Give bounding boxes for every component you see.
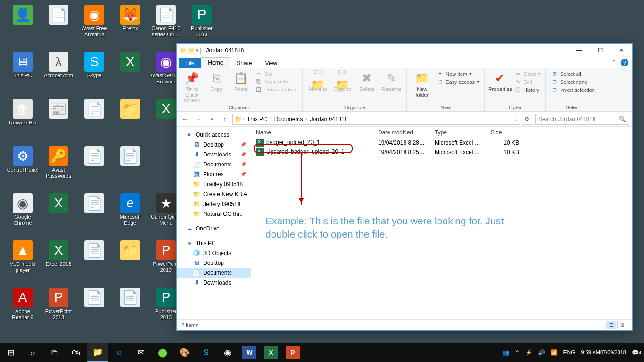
- new-folder-button[interactable]: 📁New folder: [411, 70, 433, 98]
- edit-button[interactable]: ✎Edit: [513, 78, 542, 85]
- word-taskbar-button[interactable]: W: [242, 346, 256, 359]
- wifi-icon[interactable]: 📶: [548, 343, 561, 362]
- battery-icon[interactable]: ⚡: [522, 343, 535, 362]
- excel-taskbar-button[interactable]: X: [264, 346, 278, 359]
- chrome-taskbar-button[interactable]: ◉: [217, 343, 239, 362]
- tab-home[interactable]: Home: [201, 57, 230, 68]
- edge-taskbar-button[interactable]: e: [108, 343, 130, 362]
- tree-item[interactable]: ⬇Downloads: [177, 278, 251, 288]
- task-view-button[interactable]: ⧉: [43, 343, 65, 362]
- nav-forward-button[interactable]: →: [193, 114, 204, 125]
- people-icon[interactable]: 👥: [499, 343, 512, 362]
- close-button[interactable]: ✕: [611, 44, 632, 57]
- desktop-icon[interactable]: λAcrobat.com: [42, 52, 74, 79]
- desktop-icon[interactable]: ◉Avast Free Antivirus: [78, 5, 110, 37]
- crumb-thispc[interactable]: This PC: [245, 116, 269, 123]
- view-details-button[interactable]: ☰: [606, 321, 616, 329]
- tree-item[interactable]: 📁Jeffery 090518: [177, 199, 251, 209]
- start-button[interactable]: ⊞: [0, 343, 22, 362]
- desktop-icon[interactable]: 📄: [114, 288, 146, 308]
- tab-view[interactable]: View: [258, 58, 284, 68]
- mail-taskbar-button[interactable]: ✉: [130, 343, 152, 362]
- copy-path-button[interactable]: ⿻Copy path: [254, 78, 298, 85]
- help-icon[interactable]: ?: [621, 59, 628, 66]
- cut-button[interactable]: ✂Cut: [254, 70, 298, 77]
- desktop-icon[interactable]: PPublisher 2013: [186, 5, 218, 37]
- tray-chevron-icon[interactable]: ⌃: [512, 343, 522, 362]
- file-row[interactable]: badger_upload_20_1 19/04/2018 8:28 AM Mi…: [251, 138, 632, 148]
- crumb-documents[interactable]: Documents: [272, 116, 305, 123]
- select-none-button[interactable]: ⊟Select none: [550, 78, 596, 85]
- desktop-icon[interactable]: 📄: [78, 288, 110, 308]
- address-bar[interactable]: 📁 › This PC› Documents› Jordan 041818 ⌄: [232, 114, 520, 125]
- tree-item[interactable]: 📁Natural GC thru: [177, 209, 251, 219]
- maximize-button[interactable]: ☐: [590, 44, 611, 57]
- tree-quick-access[interactable]: ★Quick access: [177, 130, 251, 140]
- tree-item[interactable]: 📁Bradley 090518: [177, 179, 251, 189]
- desktop-icon[interactable]: 🖥This PC: [7, 52, 39, 79]
- view-large-button[interactable]: ⊞: [617, 321, 627, 329]
- desktop-icon[interactable]: 🗑Recycle Bin: [7, 99, 39, 126]
- desktop-icon[interactable]: X: [114, 52, 146, 73]
- powerpoint-taskbar-button[interactable]: P: [286, 346, 300, 359]
- desktop-icon[interactable]: 📄: [78, 146, 110, 167]
- language-indicator[interactable]: ENG: [561, 343, 578, 362]
- tree-item[interactable]: 🖼Pictures📌: [177, 169, 251, 179]
- minimize-button[interactable]: —: [569, 44, 590, 57]
- search-input[interactable]: Search Jordan 041818 🔍: [535, 114, 629, 125]
- tab-share[interactable]: Share: [230, 58, 258, 68]
- tree-item[interactable]: 📄Documents📌: [177, 159, 251, 169]
- col-size[interactable]: Size: [486, 129, 524, 136]
- file-row[interactable]: Updated_badger_upload_20_1 19/04/2018 8:…: [251, 148, 632, 157]
- clock[interactable]: 9:59 AM07/09/2018: [578, 343, 629, 362]
- desktop-icon[interactable]: 📄Canon E410 series On-...: [150, 5, 182, 37]
- refresh-button[interactable]: ⟳: [522, 114, 533, 125]
- volume-icon[interactable]: 🔊: [535, 343, 548, 362]
- tree-item[interactable]: 🖥Desktop📌: [177, 140, 251, 149]
- select-all-button[interactable]: ⊞Select all: [550, 70, 596, 77]
- tree-thispc[interactable]: 🖥This PC: [177, 238, 251, 248]
- desktop-icon[interactable]: 👤: [7, 5, 39, 25]
- copy-to-button[interactable]: ⇨📁Copy to: [331, 70, 354, 92]
- desktop-icon[interactable]: 📰: [42, 99, 74, 120]
- move-to-button[interactable]: ⇦📁Move to: [306, 70, 329, 92]
- desktop-icon[interactable]: SSkype: [78, 52, 110, 79]
- easy-access-button[interactable]: ⬚Easy access ▾: [435, 78, 480, 85]
- open-button[interactable]: ▭Open ▾: [513, 70, 542, 77]
- upwork-taskbar-button[interactable]: ⬤: [152, 343, 173, 362]
- tree-item[interactable]: 📄Documents: [177, 268, 251, 278]
- tree-item[interactable]: ⬇Downloads📌: [177, 149, 251, 159]
- desktop-icon[interactable]: XExcel 2013: [42, 240, 74, 267]
- tree-item[interactable]: 📁Create New KB A: [177, 189, 251, 199]
- tab-file[interactable]: File: [179, 58, 201, 68]
- col-date[interactable]: Date modified: [373, 129, 430, 136]
- desktop-icon[interactable]: eMicrosoft Edge: [114, 193, 146, 226]
- desktop-icon[interactable]: ▲VLC media player: [7, 240, 39, 273]
- desktop-icon[interactable]: PPowerPoint 2013: [42, 288, 74, 320]
- nav-recent-button[interactable]: ▾: [206, 114, 217, 125]
- copy-button[interactable]: ⎘Copy: [205, 70, 228, 92]
- desktop-icon[interactable]: X: [42, 193, 74, 214]
- skype-taskbar-button[interactable]: S: [195, 343, 217, 362]
- invert-selection-button[interactable]: ⊡Invert selection: [550, 86, 596, 93]
- col-type[interactable]: Type: [430, 129, 486, 136]
- new-item-button[interactable]: ✦New item ▾: [435, 70, 480, 77]
- history-button[interactable]: 🕘History: [513, 86, 542, 93]
- desktop-icon[interactable]: 📁: [114, 99, 146, 120]
- tree-onedrive[interactable]: ☁OneDrive: [177, 223, 251, 233]
- col-name[interactable]: Name ⌃: [251, 129, 373, 136]
- action-center-button[interactable]: 💬4: [629, 343, 644, 362]
- titlebar[interactable]: 📁 📁 ▾ | Jordan 041818 — ☐ ✕: [177, 44, 632, 57]
- nav-back-button[interactable]: ←: [180, 114, 191, 125]
- search-button[interactable]: ⌕: [22, 343, 43, 362]
- pin-quick-access-button[interactable]: 📌Pin to Quick access: [181, 70, 203, 103]
- desktop-icon[interactable]: ◉Google Chrome: [7, 193, 39, 226]
- desktop-icon[interactable]: AAdobe Reader 9: [7, 288, 39, 320]
- desktop-icon[interactable]: ⚙Control Panel: [7, 146, 39, 173]
- rename-button[interactable]: ✎Rename: [380, 70, 403, 92]
- tree-item[interactable]: 🖥Desktop: [177, 258, 251, 268]
- nav-up-button[interactable]: ↑: [219, 114, 231, 125]
- desktop-icon[interactable]: 📄: [78, 240, 110, 261]
- paint-taskbar-button[interactable]: 🎨: [173, 343, 195, 362]
- desktop-icon[interactable]: 🔑Avast Passwords: [42, 146, 74, 179]
